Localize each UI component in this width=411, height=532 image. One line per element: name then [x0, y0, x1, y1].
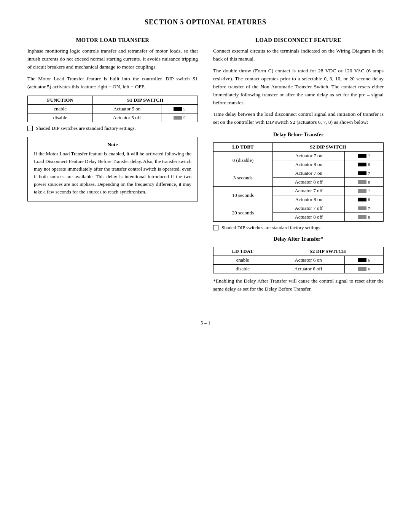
db-switch-10a: Actuator 7 off: [272, 187, 344, 195]
db-switch-3a: Actuator 7 on: [272, 169, 344, 178]
dip-label-7: 7: [368, 153, 370, 158]
da-switch-disable: Actuator 6 off: [272, 265, 344, 273]
s1-dip-table: FUNCTION S1 DIP SWITCH enable Actuator 5…: [27, 96, 198, 122]
dip-label-enable: 5: [183, 107, 186, 111]
table-row: 10 seconds Actuator 7 off 7: [213, 187, 384, 195]
dip-label-6-on: 6: [368, 258, 370, 262]
dip-8-on-10: [358, 198, 366, 201]
note-title: Note: [34, 142, 191, 148]
footnote: *Enabling the Delay After Transfer will …: [213, 277, 384, 293]
delay-before-heading: Delay Before Transfer: [213, 132, 384, 138]
same-delay-underline-2: same delay: [213, 286, 236, 292]
db-switch-0b: Actuator 8 on: [272, 160, 344, 169]
dip-label-8-3: 8: [368, 180, 370, 184]
right-para1: Connect external circuits to the termina…: [213, 47, 384, 63]
db-switch-0: Actuator 7 on: [272, 152, 344, 160]
factory-checkbox-right: [213, 225, 218, 230]
right-para2: The double throw (Form C) contact is rat…: [213, 67, 384, 107]
dip-indicator-disable: [174, 116, 182, 120]
db-dip-20a: 7: [345, 204, 384, 213]
table-row: disable Actuator 6 off 6: [213, 265, 384, 273]
dip-6-on: [358, 258, 366, 262]
dip-label-8: 8: [368, 162, 370, 167]
db-dip-10a: 7: [345, 187, 384, 195]
db-ld-0: 0 (disable): [213, 152, 273, 169]
s1-dip-disable: 5: [161, 113, 198, 122]
s1-switch-disable: Actuator 5 off: [93, 113, 161, 122]
dip-label-7-20: 7: [368, 206, 370, 211]
following-underline: following: [165, 151, 184, 157]
db-ld-10: 10 seconds: [213, 187, 273, 204]
right-factory-note: Shaded DIP switches are standard factory…: [213, 225, 384, 231]
dip-label-7-10: 7: [368, 189, 370, 193]
table-row: enable Actuator 5 on 5: [28, 104, 198, 113]
factory-note-text-left: Shaded DIP switches are standard factory…: [36, 125, 136, 131]
db-col1-header: LD TDBT: [213, 143, 273, 152]
da-col1-header: LD TDAT: [213, 247, 272, 256]
table-row: 0 (disable) Actuator 7 on 7: [213, 152, 384, 160]
s1-dip-enable: 5: [161, 104, 198, 113]
da-dip-disable: 6: [344, 265, 383, 273]
da-enable: enable: [213, 256, 272, 265]
right-column: Load Disconnect Feature Connect external…: [213, 37, 384, 297]
s1-function-disable: disable: [28, 113, 93, 122]
left-heading: Motor Load Transfer: [27, 37, 198, 43]
db-dip-0a: 7: [345, 152, 384, 160]
da-disable: disable: [213, 265, 272, 273]
db-dip-20b: 8: [345, 213, 384, 222]
factory-note-text-right: Shaded DIP switches are standard factory…: [221, 225, 322, 231]
left-para1: Inphase monitoring logic controls transf…: [27, 47, 198, 71]
dip-8-off-3: [358, 180, 366, 184]
db-dip-0b: 8: [345, 160, 384, 169]
section-title: SECTION 5 OPTIONAL FEATURES: [27, 18, 384, 26]
db-switch-20b: Actuator 8 off: [272, 213, 344, 222]
db-ld-20: 20 seconds: [213, 204, 273, 222]
table-row: 20 seconds Actuator 7 off 7: [213, 204, 384, 213]
db-dip-3a: 7: [345, 169, 384, 178]
factory-checkbox-left: [27, 126, 33, 131]
dip-7-on: [358, 154, 366, 158]
s1-col1-header: FUNCTION: [28, 96, 93, 104]
delay-after-table: LD TDAT S2 DIP SWITCH enable Actuator 6 …: [213, 247, 384, 273]
dip-8-off-20: [358, 215, 366, 219]
delay-after-heading: Delay After Transfer*: [213, 236, 384, 242]
dip-6-off: [358, 267, 366, 271]
s1-col2-header: S1 DIP SWITCH: [93, 96, 198, 104]
left-para2: The Motor Load Transfer feature is built…: [27, 75, 198, 91]
right-para3: Time delay between the load disconnect c…: [213, 110, 384, 126]
da-dip-enable: 6: [344, 256, 383, 265]
dip-7-off-20: [358, 206, 366, 210]
db-switch-10b: Actuator 8 on: [272, 195, 344, 204]
left-factory-note: Shaded DIP switches are standard factory…: [27, 125, 198, 131]
left-column: Motor Load Transfer Inphase monitoring l…: [27, 37, 198, 201]
table-row: 3 seconds Actuator 7 on 7: [213, 169, 384, 178]
s1-function-enable: enable: [28, 104, 93, 113]
db-ld-3: 3 seconds: [213, 169, 273, 187]
dip-7-on-3: [358, 171, 366, 175]
table-row: disable Actuator 5 off 5: [28, 113, 198, 122]
s1-switch-enable: Actuator 5 on: [93, 104, 161, 113]
db-dip-3b: 8: [345, 178, 384, 187]
dip-indicator-enable: [174, 107, 182, 111]
da-col2-header: S2 DIP SWITCH: [272, 247, 384, 256]
dip-7-off-10: [358, 189, 366, 193]
note-body: If the Motor Load Transfer feature is en…: [34, 150, 191, 196]
right-heading: Load Disconnect Feature: [213, 37, 384, 43]
page-footer: 5 – 1: [27, 320, 384, 326]
db-switch-3b: Actuator 8 off: [272, 178, 344, 187]
dip-label-8-20: 8: [368, 215, 370, 219]
dip-label-7-3: 7: [368, 171, 370, 176]
note-box: Note If the Motor Load Transfer feature …: [27, 137, 198, 202]
same-delay-underline-1: same delay: [305, 92, 328, 97]
db-dip-10b: 8: [345, 195, 384, 204]
da-switch-enable: Actuator 6 on: [272, 256, 344, 265]
dip-label-disable: 5: [183, 115, 186, 120]
dip-label-8-10: 8: [368, 197, 370, 202]
db-col2-header: S2 DIP SWITCH: [272, 143, 383, 152]
db-switch-20a: Actuator 7 off: [272, 204, 344, 213]
delay-before-table: LD TDBT S2 DIP SWITCH 0 (disable) Actuat…: [213, 142, 384, 222]
dip-8-on: [358, 163, 366, 166]
table-row: enable Actuator 6 on 6: [213, 256, 384, 265]
dip-label-6-off: 6: [368, 267, 370, 271]
